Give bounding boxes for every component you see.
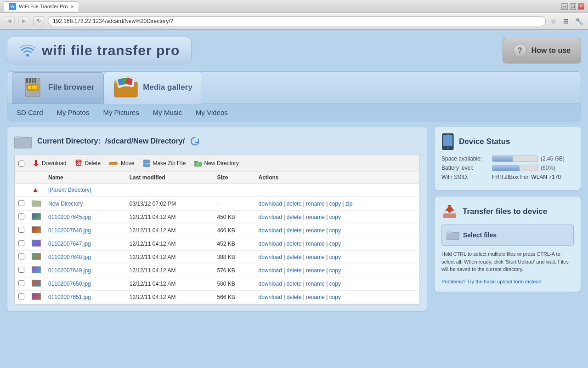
battery-progress-fill bbox=[492, 165, 520, 171]
forward-btn[interactable]: ▶ bbox=[18, 16, 29, 26]
file-actions: download | delete | rename | copy bbox=[254, 291, 419, 304]
action-copy[interactable]: copy bbox=[329, 201, 341, 207]
browser-tab[interactable]: W WiFi File Transfer Pro ✕ bbox=[4, 1, 79, 12]
move-button[interactable]: Move bbox=[105, 158, 138, 168]
sub-nav-my-photos[interactable]: My Photos bbox=[57, 109, 90, 116]
action-delete[interactable]: delete bbox=[287, 281, 302, 287]
action-download[interactable]: download bbox=[258, 214, 282, 220]
action-rename[interactable]: rename bbox=[306, 201, 325, 207]
basic-upload-link[interactable]: Problems? Try the basic upload form inst… bbox=[441, 279, 542, 284]
wrench-icon[interactable]: 🔧 bbox=[574, 17, 584, 25]
file-actions: download | delete | rename | copy bbox=[254, 264, 419, 277]
action-download[interactable]: download bbox=[258, 267, 282, 274]
tab-close-btn[interactable]: ✕ bbox=[70, 4, 74, 9]
tab-title: WiFi File Transfer Pro bbox=[19, 4, 68, 9]
how-to-use-button[interactable]: ? How to use bbox=[503, 38, 581, 63]
battery-label: Battery level: bbox=[441, 165, 492, 171]
delete-button[interactable]: ✕ Delete bbox=[71, 158, 104, 169]
action-delete[interactable]: delete bbox=[287, 254, 302, 260]
action-delete[interactable]: delete bbox=[287, 241, 302, 247]
svg-rect-30 bbox=[32, 201, 41, 207]
action-copy[interactable]: copy bbox=[329, 281, 341, 287]
file-name-link[interactable]: 01102007649.jpg bbox=[48, 267, 91, 274]
action-copy[interactable]: copy bbox=[329, 294, 341, 300]
row-checkbox[interactable] bbox=[18, 213, 24, 219]
parent-dir-link[interactable]: [Parent Directory] bbox=[48, 187, 91, 193]
action-download[interactable]: download bbox=[258, 241, 282, 247]
move-icon bbox=[109, 160, 119, 167]
current-directory-bar: Current Directory: /sdcard/New Directory… bbox=[14, 133, 420, 149]
restore-btn[interactable]: ❐ bbox=[570, 3, 576, 10]
sub-nav-my-music[interactable]: My Music bbox=[153, 109, 182, 116]
row-checkbox[interactable] bbox=[18, 280, 24, 286]
action-delete[interactable]: delete bbox=[287, 267, 302, 274]
action-rename[interactable]: rename bbox=[306, 267, 325, 274]
file-modified: 12/12/11 04:12 AM bbox=[126, 291, 214, 304]
action-copy[interactable]: copy bbox=[329, 227, 341, 234]
svg-rect-16 bbox=[125, 78, 133, 85]
action-delete[interactable]: delete bbox=[287, 201, 302, 207]
action-download[interactable]: download bbox=[258, 254, 282, 260]
action-download[interactable]: download bbox=[258, 294, 282, 300]
parent-dir-row: ▲ [Parent Directory] bbox=[15, 184, 419, 197]
minimize-btn[interactable]: ─ bbox=[561, 3, 568, 10]
action-copy[interactable]: copy bbox=[329, 214, 341, 220]
download-button[interactable]: Download bbox=[28, 158, 70, 169]
device-status-heading: Device Status bbox=[459, 137, 510, 146]
row-checkbox[interactable] bbox=[18, 293, 24, 299]
address-bar[interactable] bbox=[48, 16, 546, 26]
battery-level-row: Battery level: (60%) bbox=[441, 165, 574, 171]
make-zip-button[interactable]: ZIP Make Zip File bbox=[139, 158, 189, 169]
bookmark-star-icon[interactable]: ☆ bbox=[549, 17, 558, 25]
tab-file-browser[interactable]: File browser bbox=[12, 72, 104, 104]
transfer-box: Transfer files to device Select files Ho… bbox=[434, 196, 581, 292]
col-name: Name bbox=[45, 172, 126, 184]
refresh-btn[interactable]: ↻ bbox=[33, 16, 44, 26]
action-download[interactable]: download bbox=[258, 227, 282, 234]
action-rename[interactable]: rename bbox=[306, 241, 325, 247]
layout-btn-icon[interactable]: ⊞ bbox=[562, 17, 570, 25]
action-rename[interactable]: rename bbox=[306, 281, 325, 287]
row-checkbox[interactable] bbox=[18, 200, 24, 206]
row-checkbox[interactable] bbox=[18, 227, 24, 233]
file-name-link[interactable]: 01102007650.jpg bbox=[48, 281, 91, 287]
refresh-dir-icon[interactable] bbox=[189, 136, 200, 147]
file-name-link[interactable]: 01102007645.jpg bbox=[48, 214, 91, 220]
sub-nav-sd-card[interactable]: SD Card bbox=[17, 109, 43, 116]
action-download[interactable]: download bbox=[258, 201, 282, 207]
current-dir-path: /sdcard/New Directory/ bbox=[105, 137, 185, 145]
file-name-link[interactable]: New Directory bbox=[48, 201, 83, 207]
new-directory-button[interactable]: + New Directory bbox=[190, 158, 242, 169]
file-size: 450 KB bbox=[214, 211, 255, 224]
action-rename[interactable]: rename bbox=[306, 294, 325, 300]
action-rename[interactable]: rename bbox=[306, 254, 325, 260]
action-zip[interactable]: zip bbox=[345, 201, 352, 207]
close-btn[interactable]: ✕ bbox=[578, 3, 584, 10]
back-btn[interactable]: ◀ bbox=[4, 16, 15, 26]
table-row: 01102007645.jpg12/12/11 04:12 AM450 KBdo… bbox=[15, 211, 419, 224]
current-dir-label: Current Directory: bbox=[37, 137, 101, 145]
file-name-link[interactable]: 01102007646.jpg bbox=[48, 227, 91, 234]
row-checkbox[interactable] bbox=[18, 253, 24, 259]
action-delete[interactable]: delete bbox=[287, 227, 302, 234]
file-name-link[interactable]: 01102007647.jpg bbox=[48, 241, 91, 247]
file-name-link[interactable]: 01102007651.jpg bbox=[48, 294, 91, 300]
action-copy[interactable]: copy bbox=[329, 267, 341, 274]
sub-nav-my-pictures[interactable]: My Pictures bbox=[103, 109, 139, 116]
select-all-checkbox[interactable] bbox=[18, 161, 24, 167]
tab-media-gallery[interactable]: Media gallery bbox=[104, 72, 202, 104]
file-name-link[interactable]: 01102007648.jpg bbox=[48, 254, 91, 260]
tab-file-browser-label: File browser bbox=[48, 83, 94, 92]
action-rename[interactable]: rename bbox=[306, 227, 325, 234]
row-checkbox[interactable] bbox=[18, 240, 24, 246]
action-delete[interactable]: delete bbox=[287, 214, 302, 220]
action-copy[interactable]: copy bbox=[329, 254, 341, 260]
action-copy[interactable]: copy bbox=[329, 241, 341, 247]
sub-nav-my-videos[interactable]: My Videos bbox=[196, 109, 228, 116]
action-delete[interactable]: delete bbox=[287, 294, 302, 300]
action-rename[interactable]: rename bbox=[306, 214, 325, 220]
tab-favicon: W bbox=[9, 3, 16, 10]
action-download[interactable]: download bbox=[258, 281, 282, 287]
row-checkbox[interactable] bbox=[18, 267, 24, 273]
select-files-button[interactable]: Select files bbox=[441, 224, 574, 246]
